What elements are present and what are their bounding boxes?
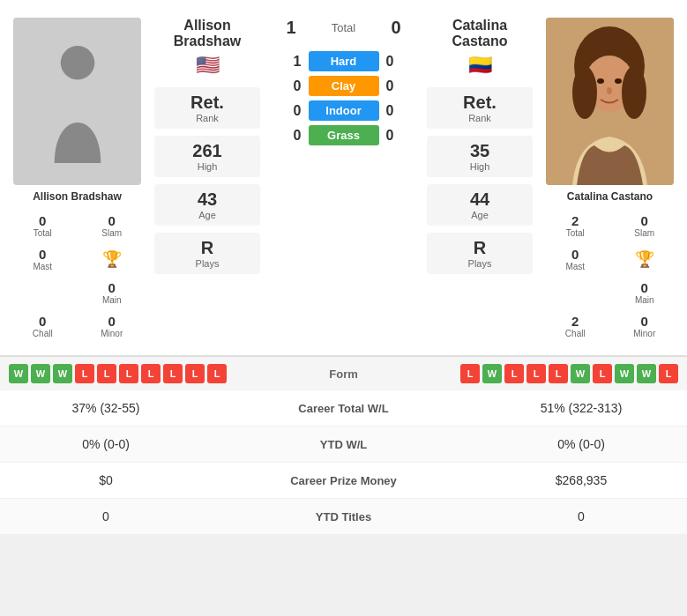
- right-rank-stat: Ret. Rank: [427, 87, 533, 129]
- form-left-badge-1: W: [31, 364, 50, 383]
- left-slam-value: 0: [108, 213, 116, 228]
- left-slam-cell: 0 Slam: [78, 210, 146, 241]
- total-right: 0: [383, 18, 409, 38]
- right-plays-stat: R Plays: [427, 233, 533, 274]
- svg-point-5: [622, 66, 646, 119]
- form-left-badge-5: L: [119, 364, 138, 383]
- surface-right-clay: 0: [379, 78, 401, 94]
- surface-left-hard: 1: [287, 54, 309, 70]
- left-main-cell-dummy: [9, 277, 77, 308]
- left-player-photo: [13, 18, 141, 185]
- left-high-label: High: [198, 161, 218, 172]
- form-left-badge-7: L: [163, 364, 183, 383]
- left-total-cell: 0 Total: [9, 210, 77, 241]
- surface-left-clay: 0: [287, 78, 309, 94]
- right-high-value: 35: [470, 141, 489, 161]
- career-stat-row-3: 0 YTD Titles 0: [0, 499, 687, 535]
- form-right-badge-5: W: [571, 364, 590, 383]
- surface-row-hard: 1 Hard 0: [278, 51, 410, 71]
- surface-row-clay: 0 Clay 0: [278, 76, 410, 96]
- left-slam-label: Slam: [101, 228, 122, 238]
- form-section: WWWLLLLLLL Form LWLLLWLWWL: [0, 356, 687, 390]
- career-stats-rows: 37% (32-55) Career Total W/L 51% (322-31…: [0, 390, 687, 535]
- left-stats-grid: 0 Total 0 Slam 0 Mast 🏆 0: [9, 210, 146, 342]
- right-rank-value: Ret.: [463, 93, 497, 113]
- right-player-name-top: CatalinaCastano: [452, 18, 507, 49]
- form-badges-left: WWWLLLLLLL: [9, 364, 227, 383]
- right-plays-value: R: [474, 238, 486, 258]
- form-right-badge-7: W: [615, 364, 634, 383]
- left-minor-value: 0: [108, 314, 116, 329]
- right-high-label: High: [470, 161, 490, 172]
- surface-btn-grass: Grass: [309, 125, 379, 145]
- right-trophy-icon: 🏆: [635, 251, 654, 267]
- left-player-silhouette: [38, 40, 117, 163]
- left-plays-stat: R Plays: [154, 233, 260, 274]
- total-label: Total: [332, 21, 355, 34]
- surface-left-indoor: 0: [287, 103, 309, 119]
- left-rank-stat: Ret. Rank: [154, 87, 260, 129]
- surface-btn-clay: Clay: [309, 76, 379, 96]
- career-stat-row-2: $0 Career Prize Money $268,935: [0, 463, 687, 499]
- left-main-label: Main: [102, 295, 122, 305]
- career-left-0: 37% (32-55): [18, 401, 194, 415]
- surface-row-indoor: 0 Indoor 0: [278, 100, 410, 121]
- form-right-badge-3: L: [526, 364, 546, 383]
- svg-point-4: [572, 66, 597, 119]
- left-plays-label: Plays: [196, 258, 220, 269]
- svg-point-8: [607, 87, 612, 94]
- form-left-badge-8: L: [185, 364, 205, 383]
- right-main-value: 0: [641, 280, 648, 295]
- right-minor-value: 0: [641, 314, 648, 329]
- right-age-stat: 44 Age: [427, 184, 533, 226]
- right-total-value: 2: [571, 213, 579, 228]
- form-badges-right: LWLLLWLWWL: [460, 364, 678, 383]
- form-right-badge-4: L: [549, 364, 568, 383]
- surface-left-grass: 0: [287, 128, 309, 144]
- career-left-1: 0% (0-0): [18, 437, 194, 451]
- right-main-label: Main: [635, 295, 654, 305]
- form-left-badge-6: L: [141, 364, 161, 383]
- right-player-photo-container: Catalina Castano 2 Total 0 Slam 0 Mast 🏆: [537, 9, 687, 346]
- form-label: Form: [227, 367, 460, 381]
- surface-right-indoor: 0: [379, 103, 401, 119]
- right-chall-cell: 2 Chall: [541, 310, 609, 342]
- left-middle-stats: AllisonBradshaw 🇺🇸 Ret. Rank 261 High 43…: [150, 9, 265, 346]
- left-high-value: 261: [192, 141, 221, 161]
- total-left: 1: [278, 18, 304, 38]
- right-minor-cell: 0 Minor: [611, 310, 679, 342]
- left-rank-value: Ret.: [190, 93, 224, 113]
- surface-right-grass: 0: [379, 128, 401, 144]
- surface-rows: 1 Hard 0 0 Clay 0 0 Indoor 0 0 Grass 0: [278, 47, 410, 150]
- left-high-stat: 261 High: [154, 136, 260, 177]
- right-slam-label: Slam: [634, 228, 654, 238]
- right-rank-label: Rank: [468, 113, 491, 123]
- career-stat-row-0: 37% (32-55) Career Total W/L 51% (322-31…: [0, 390, 687, 427]
- left-chall-label: Chall: [33, 329, 53, 338]
- form-right-badge-1: W: [482, 364, 502, 383]
- right-high-stat: 35 High: [427, 136, 533, 177]
- left-plays-value: R: [201, 238, 213, 258]
- right-player-photo-svg: [546, 18, 674, 185]
- right-slam-cell: 0 Slam: [611, 210, 679, 241]
- left-flag: 🇺🇸: [196, 54, 220, 77]
- left-main-value: 0: [108, 280, 116, 295]
- left-minor-label: Minor: [101, 329, 123, 338]
- right-minor-label: Minor: [633, 329, 655, 338]
- career-left-2: $0: [18, 473, 194, 487]
- surface-btn-indoor: Indoor: [309, 100, 379, 121]
- career-right-3: 0: [493, 509, 669, 523]
- career-stat-row-1: 0% (0-0) YTD W/L 0% (0-0): [0, 427, 687, 463]
- form-right-badge-6: L: [593, 364, 612, 383]
- left-trophy: 🏆: [78, 243, 146, 275]
- total-row: 1 Total 0: [269, 18, 418, 38]
- career-right-1: 0% (0-0): [493, 437, 669, 451]
- left-mast-cell: 0 Mast: [9, 243, 77, 275]
- surface-btn-hard: Hard: [309, 51, 379, 71]
- right-stats-grid: 2 Total 0 Slam 0 Mast 🏆 0: [541, 210, 678, 342]
- surface-right-hard: 0: [379, 54, 401, 70]
- career-label-0: Career Total W/L: [194, 402, 493, 415]
- career-label-1: YTD W/L: [194, 438, 493, 451]
- right-main-cell: 0 Main: [611, 277, 679, 308]
- right-player-photo: [546, 18, 674, 185]
